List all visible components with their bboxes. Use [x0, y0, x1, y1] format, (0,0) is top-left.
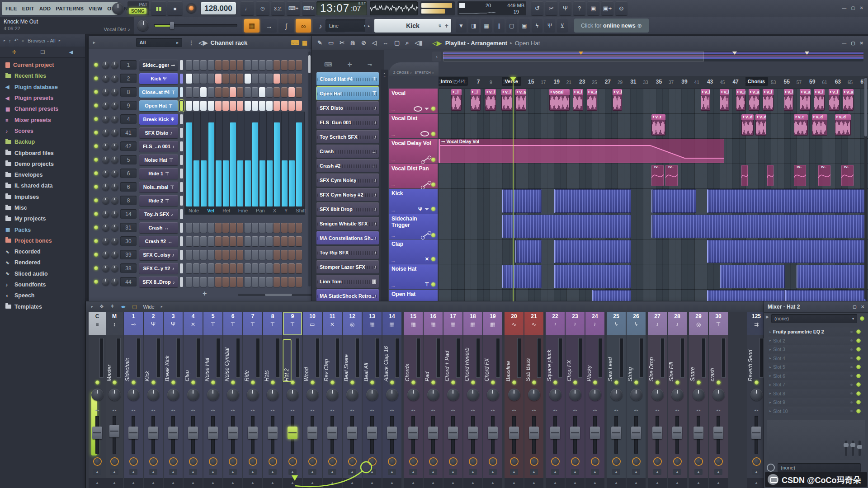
strip-pan-knob[interactable]: [326, 389, 339, 401]
fx-slot-led[interactable]: [856, 400, 861, 404]
strip-header[interactable]: 3Ψ: [164, 312, 183, 335]
channel-volume-knob[interactable]: [111, 89, 118, 96]
mixer-strip-kick[interactable]: 2ΨKick◂ ▸▲▲: [144, 312, 163, 488]
fx-slot-dot[interactable]: [850, 331, 853, 333]
channel-button[interactable]: SFX C..y #2♪: [139, 263, 178, 274]
strip-fader-handle[interactable]: [248, 427, 258, 439]
audio-clip[interactable]: ⏵V..al: [587, 89, 597, 111]
channel-volume-knob[interactable]: [111, 211, 118, 218]
stereo-sep-icons[interactable]: ◂ ▸: [656, 408, 660, 412]
track-header-vocal[interactable]: Vocal...: [389, 89, 438, 113]
browser-item-soundfonts[interactable]: ♪Soundfonts: [0, 279, 85, 290]
strip-header[interactable]: 26ϟ: [627, 312, 646, 335]
step-16[interactable]: [296, 60, 302, 70]
step-9[interactable]: [245, 277, 251, 287]
step-2[interactable]: [193, 101, 199, 111]
audio-clip[interactable]: ⏵V..l: [613, 89, 622, 111]
channel-button[interactable]: SFX 8..Drop♪: [139, 277, 178, 287]
fx-slot-dot[interactable]: [850, 401, 853, 404]
stereo-sep-icons[interactable]: ◂ ▸: [491, 408, 495, 412]
mixer-strip-attack-clap-16[interactable]: 14▦Attack Clap 16◂ ▸▲▲: [382, 312, 401, 488]
strip-fader-handle[interactable]: [509, 427, 519, 439]
step-3[interactable]: [200, 60, 207, 70]
pattern-clip[interactable]: [502, 265, 542, 288]
strip-pan-knob[interactable]: [487, 389, 499, 401]
picker-item-linn-tom[interactable]: Linn Tom▥: [316, 275, 379, 288]
back-icon[interactable]: ↶: [14, 38, 19, 43]
picker-item-crash-2[interactable]: Crash #2↔: [316, 159, 379, 172]
strip-led[interactable]: [311, 380, 315, 385]
master-volume-slider[interactable]: [154, 24, 237, 27]
strip-pan-knob[interactable]: [227, 389, 239, 401]
stretch-label[interactable]: STRETCH ○: [415, 71, 434, 74]
project-picker-icon[interactable]: ▣: [519, 19, 530, 33]
strip-led[interactable]: [573, 380, 577, 385]
step-11[interactable]: [259, 277, 265, 287]
online-news-banner[interactable]: Click for online news ⊕: [574, 19, 649, 33]
step-15[interactable]: [288, 250, 295, 260]
audio-clip[interactable]: ⏵V..l: [701, 89, 710, 111]
cpu-panel[interactable]: 20 449 MB 19: [458, 1, 526, 15]
strip-pan-knob[interactable]: [750, 389, 763, 401]
playhead-marker[interactable]: [510, 77, 516, 81]
channel-number[interactable]: 14: [120, 209, 137, 219]
fx-slot-dot[interactable]: [850, 392, 853, 394]
strip-dock-arrow[interactable]: ▲: [363, 478, 382, 488]
fx-window-controls[interactable]: —▢✕: [844, 305, 864, 309]
slicer-icon[interactable]: ✂: [545, 1, 557, 15]
channel-number[interactable]: 42: [120, 141, 137, 151]
strip-route-arrow[interactable]: ▲: [328, 469, 336, 475]
stereo-sep-icons[interactable]: ◂ ▸: [350, 408, 354, 412]
stretch-tool-icon[interactable]: ↔: [382, 39, 388, 47]
step-7[interactable]: [230, 74, 236, 84]
main-auto-link-icon[interactable]: ∞: [296, 19, 311, 33]
stereo-sep-icons[interactable]: ◂ ▸: [697, 408, 701, 412]
strip-route-arrow[interactable]: ▲: [288, 469, 297, 475]
mixer-strip-chord-pad[interactable]: 17▦Chord + Pad◂ ▸▲▲: [443, 312, 462, 488]
channel-pan-knob[interactable]: [102, 116, 109, 123]
stereo-sep-icons[interactable]: ◂ ▸: [553, 408, 557, 412]
import-icon[interactable]: ⊻: [557, 19, 568, 33]
step-8[interactable]: [237, 250, 243, 260]
velocity-bar[interactable]: [230, 122, 236, 206]
zcross-label[interactable]: Z-CROSS ○: [393, 71, 412, 74]
undo-icon[interactable]: ↺: [531, 1, 543, 15]
audio-clip[interactable]: ⏵V..l: [720, 89, 729, 111]
strip-header[interactable]: 18▦: [463, 312, 482, 335]
mixer-strip-break-kick[interactable]: 3ΨBreak Kick◂ ▸▲▲: [164, 312, 183, 488]
audio-clip[interactable]: ⏵V..l: [814, 89, 825, 111]
pattern-selector-sliver[interactable]: [180, 101, 183, 111]
strip-route-arrow[interactable]: ▲: [169, 469, 177, 475]
strip-led[interactable]: [471, 380, 475, 385]
channel-rack-icon[interactable]: ▦: [481, 19, 492, 33]
mixer-strip-sine-drop[interactable]: 27♪Sine Drop◂ ▸▲▲: [648, 312, 667, 488]
strip-dock-arrow[interactable]: ▲: [144, 478, 163, 488]
step-15[interactable]: [288, 87, 295, 97]
channel-enable-led[interactable]: [94, 266, 98, 270]
strip-fader-handle[interactable]: [268, 427, 278, 439]
strip-dock-arrow[interactable]: ▲: [747, 478, 766, 488]
mixer-strip-snare[interactable]: 29◎Snare◂ ▸▲▲: [689, 312, 708, 488]
pause-button[interactable]: ▮▮: [151, 1, 166, 15]
track-header-clap[interactable]: Clap...✕: [389, 239, 438, 264]
channel-number[interactable]: 31: [120, 223, 137, 232]
pattern-prev-button[interactable]: ▸: [365, 19, 373, 33]
strip-pan-knob[interactable]: [267, 389, 279, 401]
channel-pan-knob[interactable]: [102, 183, 109, 191]
strip-send-knob[interactable]: [450, 458, 457, 465]
step-16[interactable]: [296, 277, 302, 287]
snap-selector[interactable]: Line ▸: [326, 19, 370, 32]
strip-send-knob[interactable]: [695, 458, 702, 465]
pattern-clip[interactable]: [515, 240, 542, 263]
strip-pan-knob[interactable]: [346, 389, 359, 401]
zoom-tool-icon[interactable]: ⌕: [406, 39, 409, 47]
graph-tab-x[interactable]: X: [269, 207, 280, 215]
strip-pan-knob[interactable]: [187, 389, 199, 401]
strip-led[interactable]: [532, 380, 536, 385]
mixer-strip-reverb-send[interactable]: 125⇉Reverb Send◂ ▸▲▲: [747, 312, 766, 488]
pattern-clip[interactable]: [592, 290, 631, 301]
velocity-bar[interactable]: [223, 160, 229, 206]
step-10[interactable]: [252, 236, 258, 246]
minimize-icon[interactable]: —: [842, 5, 846, 10]
pattern-selector-sliver[interactable]: [180, 114, 183, 124]
